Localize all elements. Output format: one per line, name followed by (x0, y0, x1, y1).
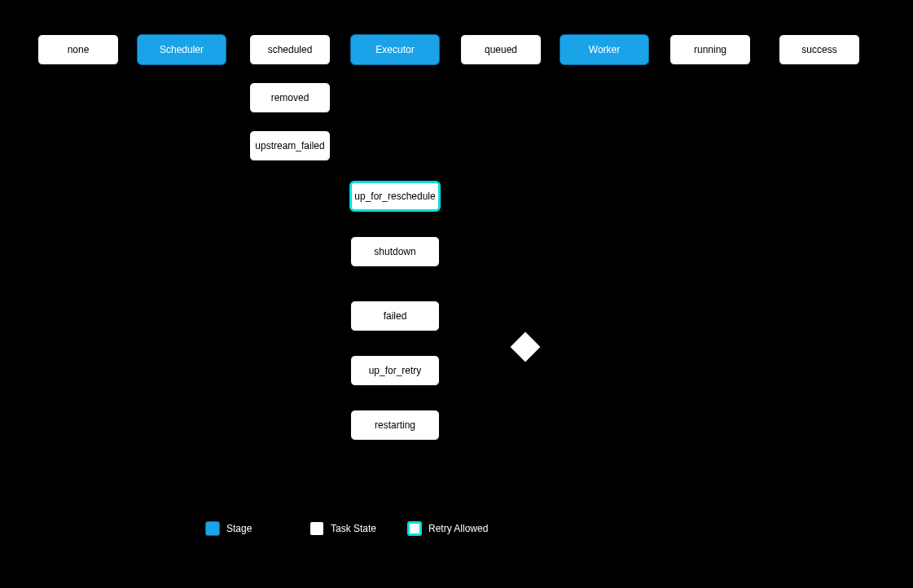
state-up-for-reschedule: up_for_reschedule (349, 181, 441, 212)
state-label: up_for_retry (369, 365, 422, 376)
state-label: restarting (375, 419, 415, 431)
stage-executor: Executor (350, 34, 440, 65)
state-label: up_for_reschedule (354, 191, 435, 202)
state-label: failed (384, 310, 407, 322)
decision-retry (511, 332, 541, 362)
state-up-for-retry: up_for_retry (350, 355, 440, 386)
state-running: running (669, 34, 751, 65)
legend-stage: Stage (205, 521, 252, 536)
stage-label: Executor (375, 44, 414, 55)
state-scheduled: scheduled (249, 34, 331, 65)
stage-label: Worker (589, 44, 620, 55)
state-label: upstream_failed (255, 140, 324, 151)
legend-label: Retry Allowed (428, 523, 488, 534)
state-none: none (37, 34, 119, 65)
state-label: none (68, 44, 90, 55)
stage-scheduler: Scheduler (137, 34, 226, 65)
state-label: queued (485, 44, 517, 55)
stage-worker: Worker (560, 34, 649, 65)
legend-label: Task State (331, 523, 376, 534)
state-restarting: restarting (350, 410, 440, 441)
state-label: running (694, 44, 726, 55)
state-label: scheduled (268, 44, 313, 55)
swatch-white (309, 521, 324, 536)
legend-label: Stage (226, 523, 252, 534)
legend-retry: Retry Allowed (407, 521, 488, 536)
stage-label: Scheduler (160, 44, 204, 55)
state-success: success (779, 34, 860, 65)
state-failed: failed (350, 301, 440, 331)
swatch-blue (205, 521, 220, 536)
state-queued: queued (460, 34, 542, 65)
state-removed: removed (249, 82, 331, 113)
state-upstream-failed: upstream_failed (249, 130, 331, 161)
state-shutdown: shutdown (350, 236, 440, 267)
swatch-highlight (407, 521, 422, 536)
legend-state: Task State (309, 521, 376, 536)
state-label: removed (271, 92, 309, 103)
state-label: shutdown (374, 246, 415, 257)
state-label: success (801, 44, 836, 55)
